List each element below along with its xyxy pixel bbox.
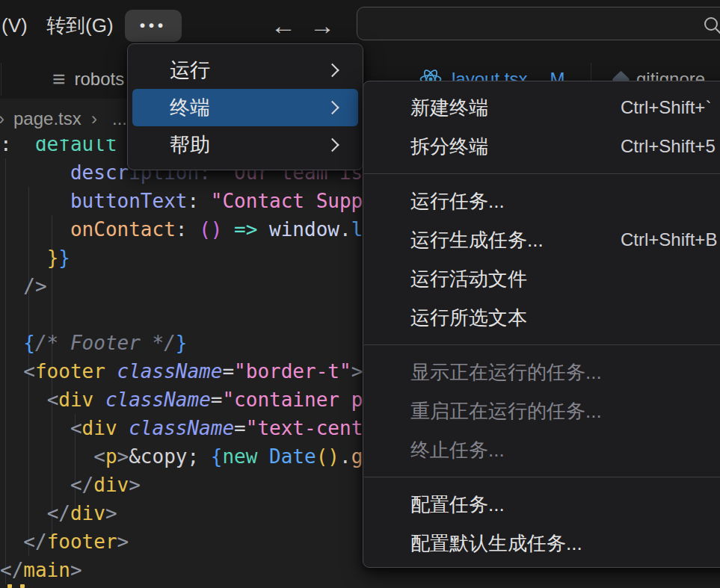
code-token: className — [129, 417, 234, 439]
tab-robots[interactable]: ≡ robots — [52, 60, 124, 99]
search-icon — [701, 14, 720, 37]
submenu-item[interactable]: 配置默认生成任务... — [363, 524, 720, 563]
submenu-item[interactable]: 运行生成任务...Ctrl+Shift+B — [363, 220, 720, 259]
code-token: } — [58, 247, 70, 269]
code-token — [93, 389, 105, 411]
submenu-chevron-icon — [325, 64, 339, 77]
code-token: < — [70, 417, 82, 439]
clipped-code-fragment — [20, 584, 25, 588]
code-token: /> — [23, 275, 46, 297]
code-token: > — [351, 360, 363, 383]
submenu-item[interactable]: 运行所选文本 — [363, 298, 720, 337]
code-token: &copy; — [129, 445, 211, 468]
forward-arrow-button[interactable]: → — [310, 1, 335, 49]
submenu-item[interactable]: 拆分终端Ctrl+Shift+5 — [363, 127, 720, 166]
code-token: </ — [0, 559, 23, 581]
code-token: } — [176, 332, 188, 354]
code-token — [0, 445, 93, 468]
code-token: > — [117, 445, 129, 468]
code-token: div — [70, 502, 105, 524]
code-token: > — [70, 559, 82, 581]
code-token — [0, 360, 23, 383]
submenu-item-label: 运行生成任务... — [410, 227, 544, 253]
code-token: < — [23, 360, 35, 383]
menu-item-2[interactable]: 帮助 — [132, 126, 358, 164]
submenu-item-label: 运行任务... — [410, 188, 505, 214]
code-token: => — [234, 218, 257, 241]
code-token: className — [105, 389, 211, 411]
submenu-item-label: 配置任务... — [410, 492, 505, 518]
breadcrumb-file[interactable]: page.tsx — [13, 99, 81, 139]
breadcrumb-more[interactable]: ... — [112, 99, 127, 139]
back-arrow-button[interactable]: ← — [271, 1, 296, 49]
keybinding-label: Ctrl+Shift+B — [621, 220, 717, 259]
code-token — [0, 502, 47, 524]
menu-item-1[interactable]: 终端 — [132, 89, 358, 126]
code-token: . — [339, 218, 351, 241]
code-token: </ — [70, 474, 93, 496]
code-token: "border-t" — [234, 360, 351, 383]
submenu-item-label: 终止任务... — [410, 437, 505, 463]
submenu-item-label: 新建终端 — [410, 95, 488, 121]
code-token: . — [339, 445, 351, 468]
menu-item-label: 终端 — [170, 94, 210, 121]
file-list-icon: ≡ — [52, 68, 66, 90]
menu-item-label: 运行 — [170, 57, 210, 84]
code-token: buttonText — [70, 190, 188, 212]
code-token: </ — [47, 502, 70, 524]
code-token: = — [222, 360, 234, 383]
code-token: = — [211, 389, 223, 411]
more-menu-button[interactable]: ••• — [125, 10, 182, 42]
code-token — [0, 218, 70, 241]
submenu-item: 显示正在运行的任务... — [363, 353, 720, 392]
code-token: div — [93, 474, 129, 496]
submenu-item[interactable]: 新建终端Ctrl+Shift+` — [363, 88, 720, 127]
code-token: < — [93, 445, 105, 468]
code-token — [0, 332, 23, 354]
code-token: Date — [269, 445, 316, 468]
submenu-item-label: 重启正在运行的任务... — [410, 398, 602, 424]
breadcrumb-chevron-icon: › — [0, 99, 4, 139]
code-token: > — [105, 502, 117, 524]
code-token: < — [47, 389, 59, 411]
code-token: footer — [35, 360, 105, 383]
code-token: = — [234, 417, 246, 439]
code-token: /* Footer */ — [35, 332, 176, 354]
code-token — [0, 530, 23, 553]
code-token — [257, 445, 269, 468]
submenu-item[interactable]: 运行任务... — [363, 182, 720, 220]
menu-separator — [364, 344, 720, 345]
submenu-item: 重启正在运行的任务... — [363, 392, 720, 430]
submenu-chevron-icon — [325, 101, 339, 114]
tab-label: robots — [75, 69, 125, 90]
submenu-chevron-icon — [325, 138, 339, 152]
code-token — [0, 275, 23, 297]
chevron-right-icon: › — [91, 99, 97, 139]
submenu-item-label: 配置默认生成任务... — [410, 530, 582, 557]
code-token: : — [187, 190, 210, 212]
vscode-window: : default fu description: "Our team is b… — [0, 0, 720, 588]
submenu-item-label: 运行活动文件 — [410, 266, 527, 292]
menubar-item-view[interactable]: (V) — [1, 0, 28, 51]
command-center-search[interactable] — [357, 7, 720, 40]
code-token — [0, 161, 70, 184]
code-token: () — [199, 218, 222, 241]
keybinding-label: Ctrl+Shift+` — [621, 88, 711, 127]
menu-separator — [364, 477, 720, 477]
tab-separator — [1, 63, 1, 96]
code-token — [257, 218, 269, 241]
menu-item-label: 帮助 — [170, 131, 210, 158]
code-token: p — [105, 445, 117, 468]
menu-separator — [364, 173, 720, 174]
code-token: new — [222, 445, 257, 468]
code-token: } — [47, 247, 59, 269]
code-token: { — [211, 445, 223, 468]
code-token: div — [82, 417, 117, 439]
submenu-item[interactable]: 运行活动文件 — [363, 259, 720, 298]
code-token: className — [117, 360, 223, 383]
menu-item-0[interactable]: 运行 — [132, 52, 358, 89]
menubar-item-goto[interactable]: 转到(G) — [46, 0, 114, 51]
code-token — [222, 218, 234, 241]
submenu-item-label: 拆分终端 — [410, 134, 488, 160]
submenu-item[interactable]: 配置任务... — [363, 485, 720, 524]
